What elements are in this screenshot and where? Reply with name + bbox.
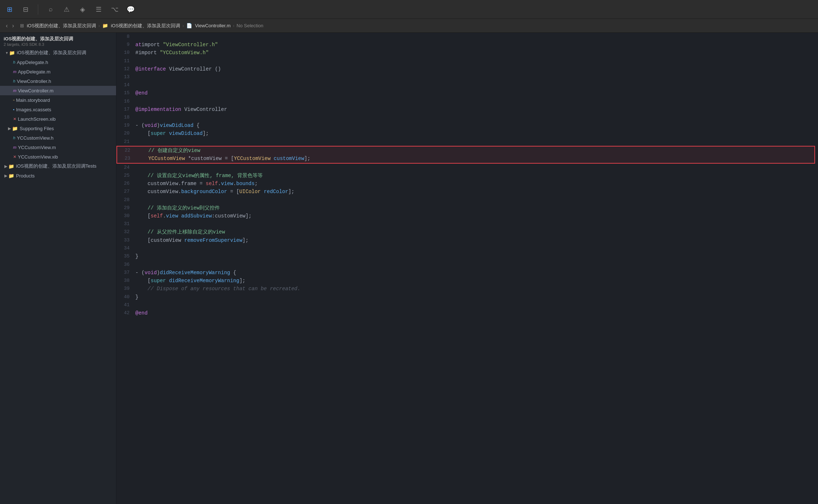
code-row: 11 [116,57,818,65]
xib-icon: ✕ [13,117,16,121]
code-row: 22 // 创建自定义的view [117,147,814,155]
toolbar: ⊞ ⊟ ⌕ ⚠ ◈ ☰ ⌥ 💬 [0,0,818,19]
code-row: 12 @interface ViewController () [116,65,818,73]
nav-back-button[interactable]: ‹ [4,22,9,30]
code-line: [customView removeFromSuperview]; [135,236,818,244]
folder-icon-supporting: 📁 [12,126,18,131]
breadcrumb-sep-2: › [182,23,184,28]
line-number: 18 [116,113,135,121]
line-number: 40 [116,293,135,301]
breadcrumb: ⊞ iOS视图的创建、添加及层次回调 › 📁 iOS视图的创建、添加及层次回调 … [20,23,263,29]
sidebar-item-supporting-files[interactable]: ▶ 📁 Supporting Files [0,124,116,133]
breadcrumb-nav: ‹ › [4,22,16,30]
code-line: @implementation ViewController [135,105,818,113]
code-line: customView.frame = self.view.bounds; [135,180,818,188]
code-row: 41 [116,301,818,309]
line-number: 10 [116,49,135,57]
sidebar-label-yccustomview-m: YCCustomView.m [18,145,56,150]
sidebar-item-launchscreen[interactable]: ✕ LaunchScreen.xib [0,114,116,124]
line-number: 42 [116,309,135,317]
code-line [135,57,818,65]
line-number: 14 [116,81,135,89]
sidebar-item-tests-group[interactable]: ▶ 📁 iOS视图的创建、添加及层次回调Tests [0,161,116,171]
sidebar-label-viewcontroller-h: ViewController.h [17,79,51,84]
nav-forward-button[interactable]: › [11,22,15,30]
line-number: 29 [116,204,135,212]
sidebar-label-yccustomview-xib: YCCustomView.xib [18,154,58,160]
sidebar-item-viewcontroller-m[interactable]: m ViewController.m [0,86,116,95]
sidebar-item-yccustomview-m[interactable]: m YCCustomView.m [0,143,116,152]
group-icon[interactable]: ⊟ [20,4,31,15]
code-line [135,138,818,146]
line-number: 34 [116,244,135,252]
sidebar-item-group-main[interactable]: ▾ 📁 iOS视图的创建、添加及层次回调 [0,48,116,57]
code-line: [super didReceiveMemoryWarning]; [135,277,818,285]
sidebar-label-viewcontroller-m: ViewController.m [18,88,53,93]
code-row: 23 YCCustomView *customView = [YCCustomV… [117,155,814,163]
code-row: 19 - (void)viewDidLoad { [116,121,818,129]
code-line [135,196,818,204]
sidebar-label-yccustomview-h: YCCustomView.h [17,135,53,141]
line-number: 24 [116,164,135,172]
line-number: 25 [116,172,135,180]
line-number: 27 [116,188,135,196]
sidebar-label-appdelegate-m: AppDelegate.m [18,69,51,75]
branch-icon[interactable]: ⌥ [110,4,120,15]
code-editor[interactable]: 8 9 atimport "ViewController.h" 10 #impo… [116,33,818,504]
sidebar-label-appdelegate-h: AppDelegate.h [17,60,48,65]
warning-icon[interactable]: ⚠ [61,4,72,15]
line-number: 11 [116,57,135,65]
code-line: customView.backgroundColor = [UIColor re… [135,188,818,196]
sidebar-item-appdelegate-m[interactable]: m AppDelegate.m [0,67,116,76]
project-sub: 2 targets, iOS SDK 8.3 [4,42,112,47]
diff-icon[interactable]: ◈ [78,4,88,15]
sidebar-item-yccustomview-xib[interactable]: ✕ YCCustomView.xib [0,152,116,161]
file-m-icon-3: m [13,145,16,149]
project-icon: ⊞ [20,23,24,28]
line-number: 35 [116,252,135,260]
code-line: - (void)didReceiveMemoryWarning { [135,269,818,277]
code-line: @interface ViewController () [135,65,818,73]
breadcrumb-file[interactable]: ViewController.m [195,23,231,28]
line-number: 15 [116,89,135,97]
line-number: 9 [116,41,135,49]
line-number: 22 [117,147,136,155]
code-line: // 设置自定义view的属性, frame, 背景色等等 [135,172,818,180]
code-row: 16 [116,97,818,105]
comment-icon[interactable]: 💬 [126,4,136,15]
line-number: 28 [116,196,135,204]
line-number: 32 [116,228,135,236]
code-line: - (void)viewDidLoad { [135,121,818,129]
xcassets-icon: ▪ [13,107,15,112]
code-row: 35 } [116,252,818,260]
code-row: 32 // 从父控件上移除自定义的view [116,228,818,236]
line-number: 16 [116,97,135,105]
search-icon[interactable]: ⌕ [45,4,56,15]
sidebar-item-viewcontroller-h[interactable]: h ViewController.h [0,76,116,86]
code-row: 20 [super viewDidLoad]; [116,129,818,137]
sidebar-item-xcassets[interactable]: ▪ Images.xcassets [0,105,116,114]
code-line: // 创建自定义的view [136,147,814,155]
chevron-right-icon-3: ▶ [4,173,7,178]
sidebar-item-products-group[interactable]: ▶ 📁 Products [0,171,116,180]
sidebar-label-supporting-files: Supporting Files [20,126,54,131]
sidebar-item-appdelegate-h[interactable]: h AppDelegate.h [0,57,116,67]
grid-icon[interactable]: ⊞ [4,4,15,15]
sidebar-item-storyboard[interactable]: ▫ Main.storyboard [0,95,116,105]
list-icon[interactable]: ☰ [94,4,104,15]
line-number: 12 [116,65,135,73]
line-number: 30 [116,212,135,220]
line-number: 38 [116,277,135,285]
line-number: 31 [116,220,135,228]
code-line: // Dispose of any resources that can be … [135,285,818,293]
sidebar-item-yccustomview-h[interactable]: h YCCustomView.h [0,133,116,143]
project-header: iOS视图的创建、添加及层次回调 2 targets, iOS SDK 8.3 [0,33,116,48]
code-row: 33 [customView removeFromSuperview]; [116,236,818,244]
breadcrumb-project[interactable]: iOS视图的创建、添加及层次回调 [27,23,96,29]
code-row: 38 [super didReceiveMemoryWarning]; [116,277,818,285]
code-line [135,33,818,41]
breadcrumb-folder[interactable]: iOS视图的创建、添加及层次回调 [111,23,180,29]
line-number: 26 [116,180,135,188]
line-number: 17 [116,105,135,113]
code-line: } [135,252,818,260]
